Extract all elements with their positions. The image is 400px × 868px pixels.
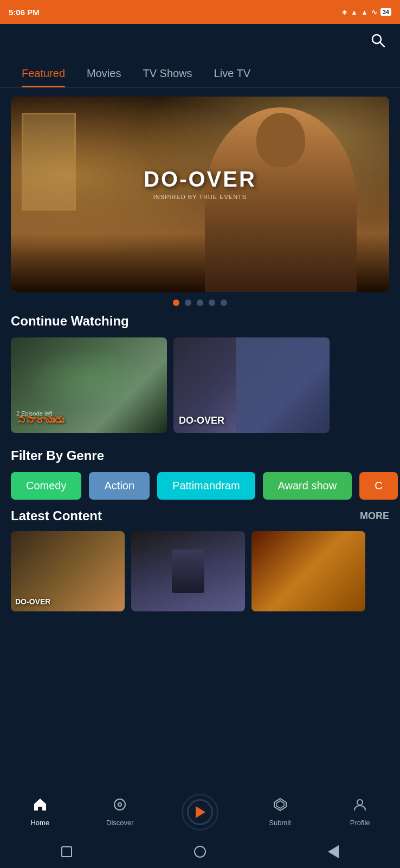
status-time: 5:06 PM [9, 8, 40, 17]
cw-card-2-label: DO-OVER [179, 415, 224, 426]
android-back-button[interactable] [324, 842, 343, 861]
android-home-icon [194, 846, 206, 858]
tab-livetv[interactable]: Live TV [203, 61, 261, 87]
play-center-button[interactable] [182, 794, 218, 831]
genre-pattimandram-button[interactable]: Pattimandram [157, 472, 255, 500]
nav-submit-label: Submit [269, 819, 291, 827]
hero-scene: DO-OVER INSPIRED BY TRUE EVENTS [11, 97, 389, 292]
tab-bar: Featured Movies TV Shows Live TV [0, 61, 400, 88]
android-home-button[interactable] [190, 842, 210, 861]
genre-comedy-button[interactable]: Comedy [11, 472, 81, 500]
nav-play-center[interactable] [160, 794, 240, 831]
latest-card-2[interactable] [131, 531, 245, 611]
nav-discover-label: Discover [106, 819, 134, 827]
carousel-dots [0, 299, 400, 306]
nav-profile-label: Profile [350, 819, 370, 827]
header [0, 24, 400, 61]
nav-submit[interactable]: Submit [240, 797, 320, 827]
status-icons: ∗ ▲ ▲ ∿ 34 [341, 8, 391, 16]
dot-1[interactable] [173, 299, 179, 306]
hero-title-text: DO-OVER [144, 167, 256, 192]
dot-2[interactable] [185, 299, 191, 306]
nav-home[interactable]: Home [0, 797, 80, 827]
latest-card-1-label: DO-OVER [15, 597, 50, 606]
latest-content-row: DO-OVER [0, 531, 400, 611]
android-back-icon [328, 845, 339, 858]
cw-card-1-label: సినారాయుడు [16, 415, 64, 426]
continue-watching-card-1[interactable]: సినారాయుడు 2 Episode left [11, 337, 167, 433]
latest-content-header: Latest Content MORE [0, 508, 400, 524]
nav-discover[interactable]: Discover [80, 797, 160, 827]
genre-other-button[interactable]: C [359, 472, 397, 500]
signal-icon-1: ▲ [351, 8, 358, 16]
home-icon [33, 797, 48, 816]
filter-genre-title: Filter By Genre [0, 448, 400, 463]
dot-3[interactable] [197, 299, 203, 306]
play-inner-circle [187, 799, 213, 825]
bluetooth-icon: ∗ [341, 8, 347, 16]
status-bar: 5:06 PM ∗ ▲ ▲ ∿ 34 [0, 0, 400, 24]
hero-subtitle: INSPIRED BY TRUE EVENTS [144, 194, 256, 200]
continue-watching-card-2[interactable]: DO-OVER [173, 337, 330, 433]
signal-icon-2: ▲ [361, 8, 368, 16]
genre-scroll: Comedy Action Pattimandram Award show C [0, 472, 400, 500]
hero-title-block: DO-OVER INSPIRED BY TRUE EVENTS [144, 167, 256, 200]
hero-banner[interactable]: DO-OVER INSPIRED BY TRUE EVENTS [11, 97, 389, 292]
cw-card-1-sublabel: 2 Episode left [16, 410, 53, 417]
play-triangle-icon [196, 806, 205, 818]
wifi-icon: ∿ [371, 8, 377, 16]
dot-5[interactable] [221, 299, 227, 306]
profile-icon [352, 797, 367, 816]
tab-featured[interactable]: Featured [11, 61, 76, 87]
search-button[interactable] [370, 32, 387, 53]
continue-watching-row: సినారాయుడు 2 Episode left DO-OVER [0, 337, 400, 433]
dot-4[interactable] [209, 299, 215, 306]
nav-profile[interactable]: Profile [320, 797, 400, 827]
more-button[interactable]: MORE [360, 510, 389, 522]
recents-icon [61, 846, 72, 857]
latest-card-3[interactable] [251, 531, 365, 611]
latest-card-1[interactable]: DO-OVER [11, 531, 125, 611]
battery-icon: 34 [380, 8, 391, 16]
continue-watching-title: Continue Watching [0, 314, 400, 329]
tab-tvshows[interactable]: TV Shows [132, 61, 203, 87]
svg-point-4 [357, 800, 363, 805]
android-nav-bar [0, 835, 400, 868]
genre-award-show-button[interactable]: Award show [263, 472, 352, 500]
submit-icon [273, 797, 288, 816]
latest-content-title: Latest Content [11, 508, 102, 524]
svg-point-3 [118, 803, 121, 806]
genre-action-button[interactable]: Action [89, 472, 150, 500]
svg-line-1 [380, 42, 384, 47]
hero-window-decoration [22, 113, 76, 210]
bottom-nav: Home Discover Submit [0, 788, 400, 835]
android-recents-button[interactable] [57, 842, 76, 861]
discover-icon [112, 797, 127, 816]
nav-home-label: Home [30, 819, 49, 827]
svg-point-2 [114, 799, 125, 810]
tab-movies[interactable]: Movies [76, 61, 132, 87]
